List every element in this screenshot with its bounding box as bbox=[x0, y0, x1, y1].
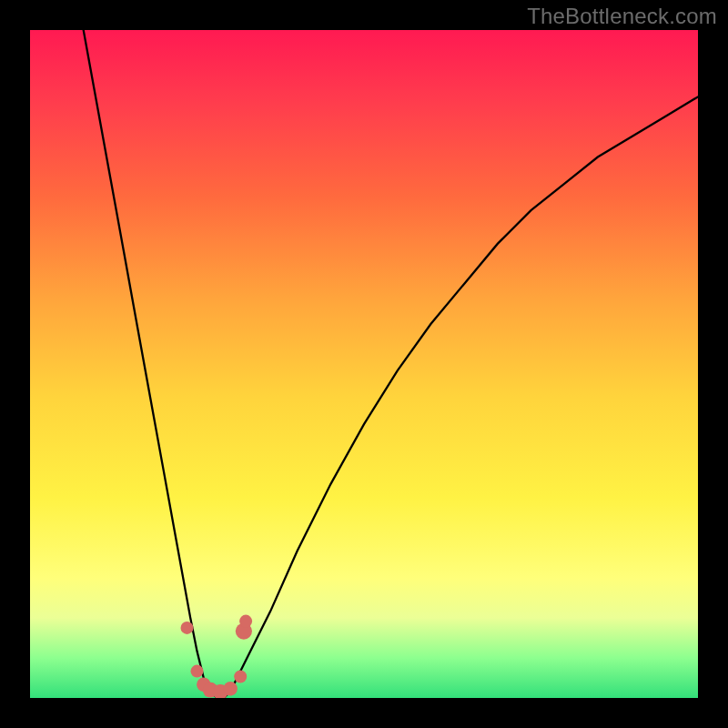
plot-area bbox=[30, 30, 698, 698]
bottleneck-curve-svg bbox=[30, 30, 698, 698]
curve-marker bbox=[234, 671, 247, 683]
curve-marker bbox=[239, 615, 252, 628]
bottleneck-curve bbox=[84, 30, 698, 698]
curve-marker bbox=[181, 622, 194, 634]
curve-marker bbox=[191, 665, 204, 678]
curve-markers bbox=[181, 615, 253, 698]
chart-frame: TheBottleneck.com bbox=[0, 0, 728, 728]
watermark-text: TheBottleneck.com bbox=[527, 4, 717, 29]
curve-marker bbox=[224, 682, 238, 695]
